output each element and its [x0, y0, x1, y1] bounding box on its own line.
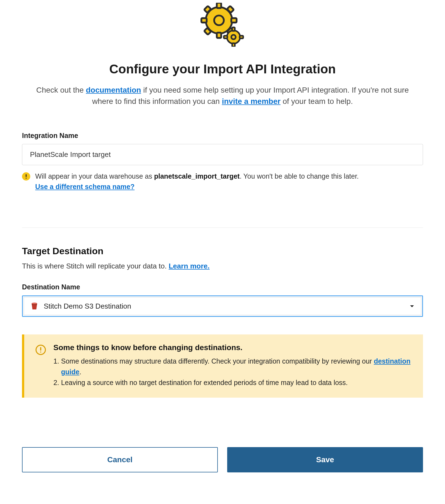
svg-rect-5 — [201, 18, 207, 23]
svg-point-20 — [32, 303, 37, 304]
different-schema-link[interactable]: Use a different schema name? — [35, 183, 134, 190]
section-divider — [22, 228, 423, 228]
alert-circle-icon — [35, 344, 46, 355]
chevron-down-icon — [409, 303, 415, 309]
documentation-link[interactable]: documentation — [86, 86, 141, 94]
action-buttons: Cancel Save — [22, 447, 423, 472]
integration-hint: Will appear in your data warehouse as pl… — [22, 171, 423, 192]
save-button[interactable]: Save — [227, 447, 423, 472]
callout-item-1-prefix: Some destinations may structure data dif… — [61, 357, 374, 365]
callout-item-1: Some destinations may structure data dif… — [61, 356, 412, 377]
svg-rect-14 — [232, 43, 235, 47]
page-title: Configure your Import API Integration — [22, 62, 423, 76]
hint-prefix: Will appear in your data warehouse as — [35, 172, 154, 180]
intro-text: Check out the documentation if you need … — [35, 85, 410, 107]
invite-member-link[interactable]: invite a member — [222, 97, 281, 106]
svg-point-11 — [227, 31, 240, 44]
destination-name-label: Destination Name — [22, 283, 423, 291]
svg-rect-4 — [217, 33, 221, 38]
svg-rect-6 — [231, 18, 237, 23]
destination-select-value: Stitch Demo S3 Destination — [44, 302, 404, 311]
destination-desc-prefix: This is where Stitch will replicate your… — [22, 262, 169, 270]
svg-rect-23 — [40, 351, 41, 353]
integration-name-input[interactable] — [22, 144, 423, 165]
target-destination-title: Target Destination — [22, 246, 423, 256]
target-destination-desc: This is where Stitch will replicate your… — [22, 262, 423, 270]
svg-rect-19 — [26, 178, 26, 179]
svg-rect-18 — [26, 174, 26, 177]
callout-item-2: Leaving a source with no target destinat… — [61, 377, 412, 388]
svg-rect-13 — [232, 27, 235, 31]
warning-icon — [22, 172, 30, 181]
integration-name-label: Integration Name — [22, 132, 423, 140]
svg-rect-16 — [240, 36, 243, 38]
destination-select[interactable]: Stitch Demo S3 Destination — [24, 297, 421, 315]
learn-more-link[interactable]: Learn more. — [169, 262, 210, 270]
intro-suffix: of your team to help. — [281, 97, 353, 106]
callout-list: Some destinations may structure data dif… — [53, 356, 412, 388]
callout-item-1-suffix: . — [79, 368, 81, 376]
svg-rect-22 — [40, 347, 41, 351]
destination-warning-callout: Some things to know before changing dest… — [22, 334, 423, 398]
callout-title: Some things to know before changing dest… — [53, 343, 412, 352]
cancel-button[interactable]: Cancel — [22, 447, 218, 472]
svg-rect-3 — [217, 3, 221, 8]
hint-schema: planetscale_import_target — [154, 172, 240, 180]
svg-rect-15 — [224, 36, 227, 38]
hint-suffix: . You won't be able to change this later… — [240, 172, 359, 180]
destination-select-focus-ring: Stitch Demo S3 Destination — [22, 295, 423, 317]
s3-bucket-icon — [30, 302, 39, 311]
gear-icon — [200, 3, 245, 48]
intro-prefix: Check out the — [36, 86, 86, 94]
